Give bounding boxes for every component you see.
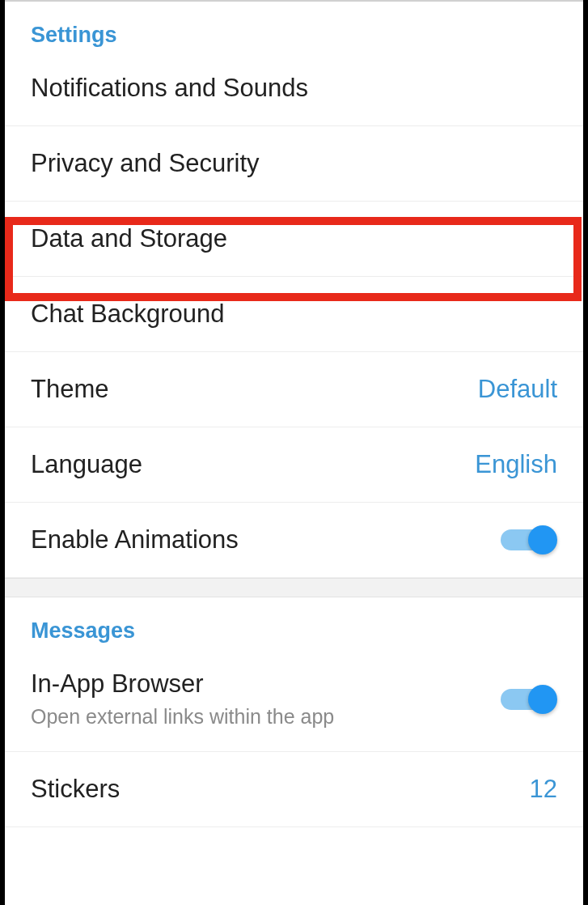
theme-label: Theme <box>31 375 108 404</box>
messages-item-stickers[interactable]: Stickers 12 <box>5 752 583 827</box>
in-app-browser-label: In-App Browser <box>31 669 334 699</box>
notifications-label: Notifications and Sounds <box>31 74 308 103</box>
in-app-browser-toggle[interactable] <box>501 685 557 714</box>
settings-item-notifications[interactable]: Notifications and Sounds <box>5 59 583 126</box>
language-value: English <box>475 450 557 479</box>
stickers-value: 12 <box>530 775 557 804</box>
settings-item-language[interactable]: Language English <box>5 427 583 503</box>
privacy-label: Privacy and Security <box>31 149 260 178</box>
language-label: Language <box>31 450 142 479</box>
settings-section-header: Settings <box>5 2 583 59</box>
settings-item-animations[interactable]: Enable Animations <box>5 503 583 578</box>
animations-label: Enable Animations <box>31 525 239 554</box>
section-divider <box>5 578 583 597</box>
data-storage-label: Data and Storage <box>31 224 227 253</box>
settings-item-data-storage[interactable]: Data and Storage <box>5 202 583 277</box>
settings-item-chat-background[interactable]: Chat Background <box>5 277 583 352</box>
stickers-label: Stickers <box>31 775 120 804</box>
in-app-browser-subtitle: Open external links within the app <box>31 705 334 729</box>
animations-toggle[interactable] <box>501 525 557 554</box>
chat-background-label: Chat Background <box>31 300 225 329</box>
messages-section-header: Messages <box>5 597 583 655</box>
messages-item-in-app-browser[interactable]: In-App Browser Open external links withi… <box>5 655 583 752</box>
settings-item-theme[interactable]: Theme Default <box>5 352 583 427</box>
theme-value: Default <box>478 375 557 404</box>
settings-item-privacy[interactable]: Privacy and Security <box>5 126 583 202</box>
